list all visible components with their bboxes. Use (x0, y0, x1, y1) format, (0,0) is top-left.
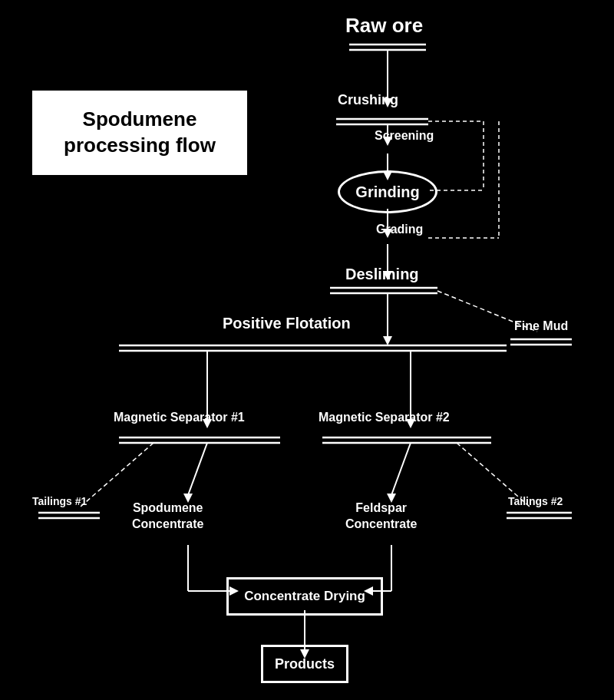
positive-flotation-label: Positive Flotation (223, 315, 351, 332)
conc-drying-label: Concentrate Drying (244, 589, 365, 604)
feldspar-label: FeldsparConcentrate (345, 500, 417, 533)
conc-drying-box: Concentrate Drying (226, 577, 383, 616)
tailings2-label: Tailings #2 (508, 495, 563, 507)
svg-line-34 (188, 443, 207, 495)
mag-sep2-label: Magnetic Separator #2 (319, 411, 450, 424)
title-text: Spodumeneprocessing flow (64, 107, 216, 159)
desliming-label: Desliming (345, 266, 419, 283)
grinding-label: Grinding (355, 183, 419, 201)
tailings1-label: Tailings #1 (32, 495, 87, 507)
fine-mud-label: Fine Mud (514, 319, 568, 333)
grading-label: Grading (376, 223, 423, 236)
products-label: Products (275, 656, 335, 672)
svg-line-31 (81, 443, 154, 507)
products-box: Products (261, 645, 348, 683)
title-box: Spodumeneprocessing flow (32, 91, 247, 175)
grinding-oval: Grinding (338, 170, 437, 213)
mag-sep1-label: Magnetic Separator #1 (114, 411, 245, 424)
raw-ore-label: Raw ore (345, 14, 423, 38)
svg-line-36 (391, 443, 411, 495)
svg-marker-20 (383, 336, 392, 345)
crushing-label: Crushing (338, 92, 398, 108)
spodumene-label: SpodumeneConcentrate (132, 500, 203, 533)
diagram: Raw ore Crushing Screening Grinding Grad… (0, 0, 614, 700)
screening-label: Screening (375, 129, 434, 143)
